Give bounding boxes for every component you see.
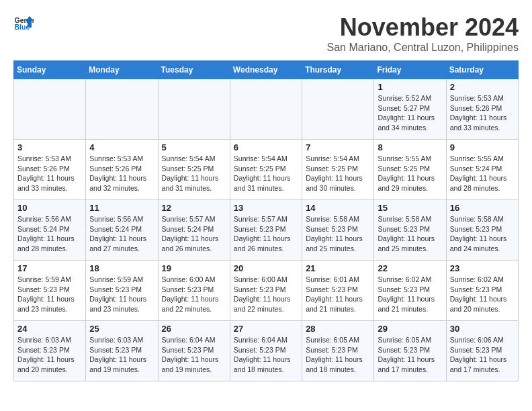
day-info: Sunrise: 5:58 AM Sunset: 5:23 PM Dayligh… [450, 214, 515, 254]
calendar-cell: 9Sunrise: 5:55 AM Sunset: 5:24 PM Daylig… [446, 140, 518, 200]
day-number: 25 [89, 324, 154, 334]
day-number: 4 [89, 142, 154, 152]
day-info: Sunrise: 5:58 AM Sunset: 5:23 PM Dayligh… [378, 214, 442, 254]
calendar-cell: 28Sunrise: 6:05 AM Sunset: 5:23 PM Dayli… [302, 321, 374, 381]
day-number: 28 [306, 324, 370, 334]
day-number: 6 [234, 142, 298, 152]
day-number: 30 [450, 324, 515, 334]
day-number: 22 [378, 263, 442, 273]
title-section: November 2024 San Mariano, Central Luzon… [327, 13, 519, 54]
calendar-cell: 14Sunrise: 5:58 AM Sunset: 5:23 PM Dayli… [302, 200, 374, 261]
day-info: Sunrise: 5:55 AM Sunset: 5:24 PM Dayligh… [450, 154, 515, 193]
day-info: Sunrise: 5:56 AM Sunset: 5:24 PM Dayligh… [17, 214, 82, 254]
weekday-header: Monday [86, 61, 158, 79]
calendar-cell: 23Sunrise: 6:02 AM Sunset: 5:23 PM Dayli… [446, 261, 518, 321]
calendar-cell: 13Sunrise: 5:57 AM Sunset: 5:23 PM Dayli… [230, 200, 302, 261]
day-info: Sunrise: 6:00 AM Sunset: 5:23 PM Dayligh… [162, 275, 226, 314]
calendar-cell: 12Sunrise: 5:57 AM Sunset: 5:24 PM Dayli… [158, 200, 230, 261]
calendar-cell: 19Sunrise: 6:00 AM Sunset: 5:23 PM Dayli… [158, 261, 230, 321]
calendar-week-row: 3Sunrise: 5:53 AM Sunset: 5:26 PM Daylig… [14, 140, 519, 200]
calendar-cell: 30Sunrise: 6:06 AM Sunset: 5:23 PM Dayli… [446, 321, 518, 381]
day-number: 9 [450, 142, 515, 152]
day-info: Sunrise: 5:58 AM Sunset: 5:23 PM Dayligh… [306, 214, 370, 254]
calendar-cell: 25Sunrise: 6:03 AM Sunset: 5:23 PM Dayli… [86, 321, 158, 381]
calendar-cell: 10Sunrise: 5:56 AM Sunset: 5:24 PM Dayli… [14, 200, 86, 261]
calendar-cell [230, 79, 302, 140]
calendar-header-row: SundayMondayTuesdayWednesdayThursdayFrid… [14, 61, 519, 79]
calendar-week-row: 17Sunrise: 5:59 AM Sunset: 5:23 PM Dayli… [14, 261, 519, 321]
day-number: 11 [89, 203, 154, 213]
day-number: 26 [162, 324, 226, 334]
calendar-cell: 11Sunrise: 5:56 AM Sunset: 5:24 PM Dayli… [86, 200, 158, 261]
day-info: Sunrise: 6:05 AM Sunset: 5:23 PM Dayligh… [378, 335, 442, 375]
logo: General Blue [13, 13, 34, 34]
page-header: General Blue November 2024 San Mariano, … [13, 13, 519, 54]
day-number: 7 [306, 142, 370, 152]
day-info: Sunrise: 6:04 AM Sunset: 5:23 PM Dayligh… [234, 335, 298, 375]
day-info: Sunrise: 6:04 AM Sunset: 5:23 PM Dayligh… [162, 335, 226, 375]
calendar-cell: 27Sunrise: 6:04 AM Sunset: 5:23 PM Dayli… [230, 321, 302, 381]
calendar-cell: 7Sunrise: 5:54 AM Sunset: 5:25 PM Daylig… [302, 140, 374, 200]
calendar-cell: 17Sunrise: 5:59 AM Sunset: 5:23 PM Dayli… [14, 261, 86, 321]
weekday-header: Wednesday [230, 61, 302, 79]
calendar-cell: 4Sunrise: 5:53 AM Sunset: 5:26 PM Daylig… [86, 140, 158, 200]
day-number: 24 [17, 324, 82, 334]
day-number: 10 [17, 203, 82, 213]
calendar-cell: 16Sunrise: 5:58 AM Sunset: 5:23 PM Dayli… [446, 200, 518, 261]
calendar-cell [158, 79, 230, 140]
day-info: Sunrise: 5:53 AM Sunset: 5:26 PM Dayligh… [450, 93, 515, 133]
calendar-cell: 5Sunrise: 5:54 AM Sunset: 5:25 PM Daylig… [158, 140, 230, 200]
day-number: 16 [450, 203, 515, 213]
calendar-cell: 18Sunrise: 5:59 AM Sunset: 5:23 PM Dayli… [86, 261, 158, 321]
calendar-cell: 6Sunrise: 5:54 AM Sunset: 5:25 PM Daylig… [230, 140, 302, 200]
day-info: Sunrise: 5:53 AM Sunset: 5:26 PM Dayligh… [89, 154, 154, 193]
day-number: 15 [378, 203, 442, 213]
day-number: 3 [17, 142, 82, 152]
day-info: Sunrise: 6:02 AM Sunset: 5:23 PM Dayligh… [378, 275, 442, 314]
calendar-cell: 29Sunrise: 6:05 AM Sunset: 5:23 PM Dayli… [374, 321, 446, 381]
weekday-header: Tuesday [158, 61, 230, 79]
calendar-week-row: 1Sunrise: 5:52 AM Sunset: 5:27 PM Daylig… [14, 79, 519, 140]
day-info: Sunrise: 6:05 AM Sunset: 5:23 PM Dayligh… [306, 335, 370, 375]
calendar-cell: 20Sunrise: 6:00 AM Sunset: 5:23 PM Dayli… [230, 261, 302, 321]
calendar-cell: 26Sunrise: 6:04 AM Sunset: 5:23 PM Dayli… [158, 321, 230, 381]
day-info: Sunrise: 5:56 AM Sunset: 5:24 PM Dayligh… [89, 214, 154, 254]
calendar-cell [86, 79, 158, 140]
day-info: Sunrise: 5:55 AM Sunset: 5:25 PM Dayligh… [378, 154, 442, 193]
day-info: Sunrise: 5:57 AM Sunset: 5:23 PM Dayligh… [234, 214, 298, 254]
location-subtitle: San Mariano, Central Luzon, Philippines [327, 42, 519, 54]
calendar-cell: 1Sunrise: 5:52 AM Sunset: 5:27 PM Daylig… [374, 79, 446, 140]
day-info: Sunrise: 5:57 AM Sunset: 5:24 PM Dayligh… [162, 214, 226, 254]
day-number: 8 [378, 142, 442, 152]
calendar-cell: 3Sunrise: 5:53 AM Sunset: 5:26 PM Daylig… [14, 140, 86, 200]
calendar-body: 1Sunrise: 5:52 AM Sunset: 5:27 PM Daylig… [14, 79, 519, 381]
day-info: Sunrise: 5:59 AM Sunset: 5:23 PM Dayligh… [89, 275, 154, 314]
day-number: 17 [17, 263, 82, 273]
calendar-cell: 22Sunrise: 6:02 AM Sunset: 5:23 PM Dayli… [374, 261, 446, 321]
day-info: Sunrise: 5:54 AM Sunset: 5:25 PM Dayligh… [306, 154, 370, 193]
day-number: 21 [306, 263, 370, 273]
day-number: 18 [89, 263, 154, 273]
logo-icon: General Blue [13, 13, 34, 34]
day-number: 14 [306, 203, 370, 213]
day-info: Sunrise: 6:02 AM Sunset: 5:23 PM Dayligh… [450, 275, 515, 314]
day-info: Sunrise: 5:54 AM Sunset: 5:25 PM Dayligh… [234, 154, 298, 193]
calendar-cell: 21Sunrise: 6:01 AM Sunset: 5:23 PM Dayli… [302, 261, 374, 321]
calendar-cell [14, 79, 86, 140]
day-number: 12 [162, 203, 226, 213]
calendar-week-row: 10Sunrise: 5:56 AM Sunset: 5:24 PM Dayli… [14, 200, 519, 261]
day-info: Sunrise: 6:06 AM Sunset: 5:23 PM Dayligh… [450, 335, 515, 375]
day-number: 29 [378, 324, 442, 334]
calendar-cell: 2Sunrise: 5:53 AM Sunset: 5:26 PM Daylig… [446, 79, 518, 140]
day-number: 13 [234, 203, 298, 213]
calendar-cell: 24Sunrise: 6:03 AM Sunset: 5:23 PM Dayli… [14, 321, 86, 381]
weekday-header: Saturday [446, 61, 518, 79]
calendar-cell: 8Sunrise: 5:55 AM Sunset: 5:25 PM Daylig… [374, 140, 446, 200]
day-number: 20 [234, 263, 298, 273]
weekday-header: Thursday [302, 61, 374, 79]
weekday-header: Sunday [14, 61, 86, 79]
day-info: Sunrise: 5:54 AM Sunset: 5:25 PM Dayligh… [162, 154, 226, 193]
day-number: 19 [162, 263, 226, 273]
day-number: 5 [162, 142, 226, 152]
day-number: 2 [450, 82, 515, 92]
